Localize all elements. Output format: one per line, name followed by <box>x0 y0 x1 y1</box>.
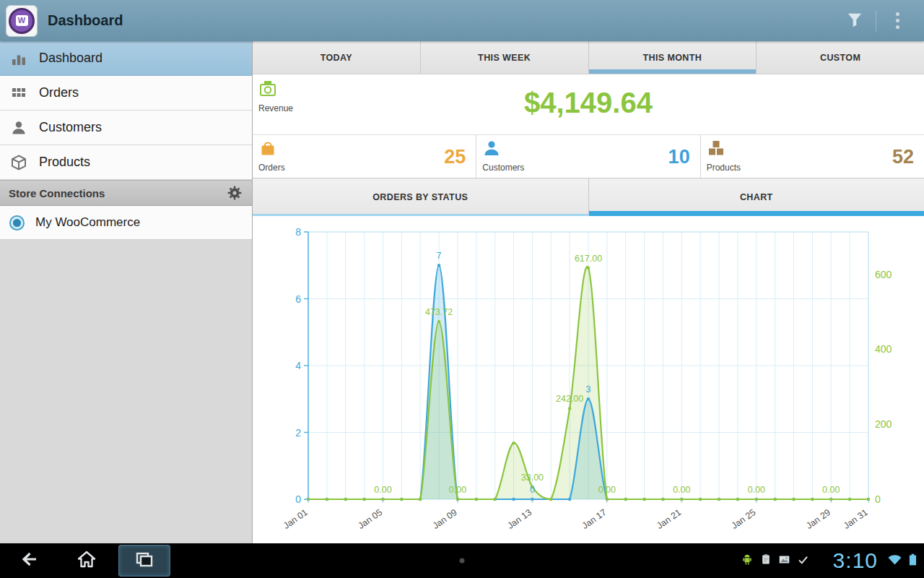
revenue-block: Revenue <box>258 79 293 113</box>
svg-text:0.00: 0.00 <box>374 485 391 495</box>
metric-label: Products <box>707 163 741 173</box>
chart-tab-bar: ORDERS BY STATUSCHART <box>253 178 924 216</box>
tab-this-week[interactable]: THIS WEEK <box>421 41 589 74</box>
revenue-label: Revenue <box>258 103 293 113</box>
svg-text:0.00: 0.00 <box>598 485 616 495</box>
overflow-menu-button[interactable] <box>876 0 918 41</box>
connection-label: My WooCommerce <box>35 215 140 230</box>
settings-gear-icon[interactable] <box>226 184 243 202</box>
svg-text:Jan 17: Jan 17 <box>580 507 609 531</box>
dashboard-icon <box>10 50 27 67</box>
revenue-value: $4,149.64 <box>253 74 924 135</box>
gallery-notification-icon <box>778 553 790 569</box>
tab-orders-by-status[interactable]: ORDERS BY STATUS <box>253 178 589 216</box>
svg-text:600: 600 <box>875 269 892 280</box>
radio-button[interactable] <box>9 215 25 230</box>
screen: W Dashboard DashboardOrdersCustomersProd… <box>0 0 924 578</box>
sidebar: DashboardOrdersCustomersProducts Store C… <box>0 41 253 543</box>
nav-left-cluster <box>0 543 173 578</box>
tab-this-month[interactable]: THIS MONTH <box>589 41 757 74</box>
metric-value-customers: 10 <box>668 145 690 168</box>
svg-text:Jan 09: Jan 09 <box>431 507 459 531</box>
svg-text:Jan 13: Jan 13 <box>505 507 533 531</box>
connection-my-woocommerce[interactable]: My WooCommerce <box>0 206 252 240</box>
main-content: TODAYTHIS WEEKTHIS MONTHCUSTOM Revenue $… <box>253 41 924 543</box>
revenue-icon <box>258 79 277 101</box>
home-icon <box>75 548 98 574</box>
sidebar-item-customers[interactable]: Customers <box>0 111 252 145</box>
status-cluster: 3:10 <box>741 543 917 578</box>
products-icon <box>10 154 27 171</box>
sidebar-item-dashboard[interactable]: Dashboard <box>0 41 252 76</box>
tab-custom[interactable]: CUSTOM <box>757 41 924 74</box>
chart-area: 024680200400600Jan 01Jan 05Jan 09Jan 13J… <box>253 216 924 543</box>
metric-value-orders: 25 <box>444 145 466 168</box>
svg-text:200: 200 <box>875 418 892 430</box>
metric-label: Orders <box>258 163 285 173</box>
svg-text:0.00: 0.00 <box>822 485 840 495</box>
svg-text:400: 400 <box>875 343 892 355</box>
metric-customers: Customers10 <box>476 135 699 178</box>
back-icon <box>17 548 40 574</box>
stats-card: Revenue $4,149.64 Orders25Customers10Pro… <box>253 74 924 178</box>
app-icon-button[interactable]: W <box>6 5 38 37</box>
svg-text:Jan 29: Jan 29 <box>804 507 832 531</box>
metric-value-products: 52 <box>892 145 914 168</box>
filter-button[interactable] <box>834 0 876 41</box>
woocommerce-logo-icon: W <box>9 8 35 34</box>
customers-icon <box>10 119 27 137</box>
sales-chart: 024680200400600Jan 01Jan 05Jan 09Jan 13J… <box>253 216 924 543</box>
orders-block: Orders <box>258 139 285 173</box>
logo-letter: W <box>16 15 28 26</box>
svg-text:8: 8 <box>295 226 301 238</box>
revenue-row: Revenue $4,149.64 <box>253 74 924 135</box>
store-connections-label: Store Connections <box>9 187 105 199</box>
sidebar-item-orders[interactable]: Orders <box>0 76 252 111</box>
recents-icon <box>133 548 156 574</box>
metrics-row: Orders25Customers10Products52 <box>253 135 924 178</box>
svg-text:2: 2 <box>295 427 301 439</box>
svg-text:0: 0 <box>295 493 301 505</box>
svg-text:33.00: 33.00 <box>521 473 544 483</box>
orders-icon <box>10 85 27 102</box>
sidebar-item-products[interactable]: Products <box>0 145 252 180</box>
tab-chart[interactable]: CHART <box>589 178 924 216</box>
svg-text:0.00: 0.00 <box>748 485 765 495</box>
metric-orders: Orders25 <box>253 135 476 178</box>
overflow-icon <box>896 9 899 32</box>
svg-text:0: 0 <box>530 485 535 495</box>
svg-text:0.00: 0.00 <box>449 485 466 495</box>
android-notification-icon <box>741 553 754 569</box>
svg-text:Jan 25: Jan 25 <box>730 507 758 531</box>
svg-text:473.72: 473.72 <box>425 307 453 317</box>
recents-button[interactable] <box>118 545 170 577</box>
products-box-icon <box>707 139 725 160</box>
back-button[interactable] <box>0 543 58 578</box>
sidebar-item-label: Products <box>39 155 90 170</box>
svg-text:Jan 01: Jan 01 <box>282 507 310 531</box>
clipboard-notification-icon <box>760 553 772 568</box>
svg-text:Jan 31: Jan 31 <box>842 507 870 531</box>
sidebar-item-label: Customers <box>39 120 102 135</box>
svg-text:Jan 05: Jan 05 <box>356 507 384 531</box>
sidebar-nav: DashboardOrdersCustomersProducts <box>0 41 252 180</box>
svg-text:617.00: 617.00 <box>575 254 602 264</box>
svg-text:3: 3 <box>586 384 591 394</box>
svg-text:0: 0 <box>875 493 881 505</box>
page-title: Dashboard <box>48 12 123 29</box>
check-notification-icon <box>797 553 809 569</box>
sidebar-item-label: Orders <box>39 85 79 100</box>
svg-text:Jan 21: Jan 21 <box>655 507 683 531</box>
svg-text:242.00: 242.00 <box>556 394 583 404</box>
metric-products: Products52 <box>700 135 924 178</box>
wifi-icon <box>887 553 902 569</box>
action-bar: W Dashboard <box>0 0 924 41</box>
tab-today[interactable]: TODAY <box>253 41 421 74</box>
home-button[interactable] <box>58 543 116 578</box>
svg-text:4: 4 <box>295 360 301 371</box>
customers-block: Customers <box>482 139 524 173</box>
menu-dot-icon <box>460 558 465 564</box>
system-nav-bar: 3:10 <box>0 543 924 578</box>
customer-icon <box>482 139 501 160</box>
svg-text:6: 6 <box>295 293 301 305</box>
